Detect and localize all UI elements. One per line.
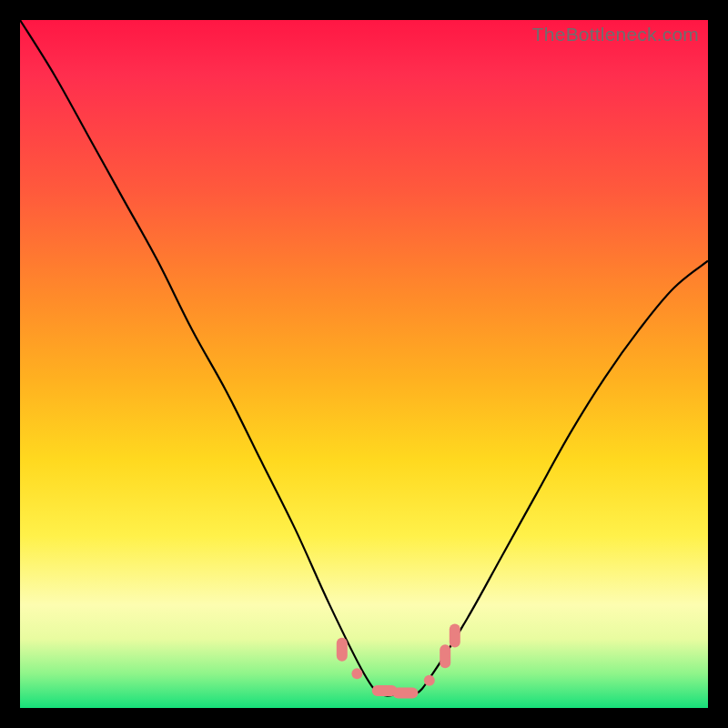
data-marker — [392, 687, 418, 698]
plot-area: TheBottleneck.com — [20, 20, 708, 708]
data-marker — [351, 668, 362, 679]
data-marker — [450, 624, 460, 648]
data-markers — [337, 624, 460, 699]
curve-line — [20, 20, 708, 696]
data-marker — [440, 644, 450, 668]
data-marker — [424, 675, 435, 686]
chart-frame: TheBottleneck.com — [0, 0, 728, 728]
data-marker — [337, 638, 348, 662]
bottleneck-curve — [20, 20, 708, 708]
